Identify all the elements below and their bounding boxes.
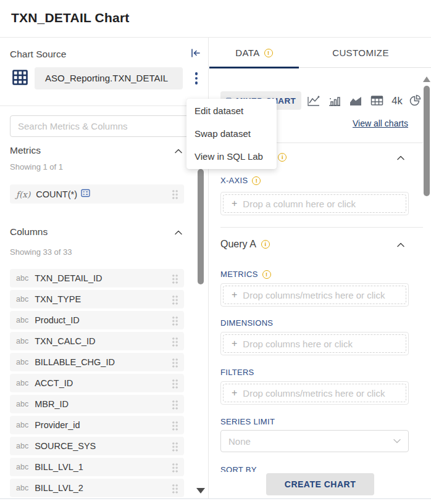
warning-icon: ! bbox=[262, 270, 271, 279]
drag-handle-icon[interactable] bbox=[172, 315, 178, 326]
scroll-up-icon[interactable] bbox=[423, 76, 430, 82]
drag-handle-icon[interactable] bbox=[172, 441, 178, 452]
text-type-tag: abc bbox=[16, 274, 28, 283]
query-fields-collapse-icon[interactable] bbox=[397, 155, 404, 160]
drag-handle-icon[interactable] bbox=[172, 462, 178, 473]
plus-icon: + bbox=[232, 339, 237, 349]
menu-item-swap-dataset[interactable]: Swap dataset bbox=[186, 122, 277, 145]
column-item[interactable]: abc TXN_DETAIL_ID bbox=[10, 269, 184, 287]
bar-chart-icon[interactable] bbox=[324, 93, 345, 108]
metrics-section-title: Metrics bbox=[10, 145, 41, 156]
big-number-icon[interactable]: 4k bbox=[387, 95, 407, 107]
drag-handle-icon[interactable] bbox=[172, 378, 178, 389]
tab-data[interactable]: DATA ! bbox=[209, 38, 299, 68]
drag-handle-icon[interactable] bbox=[172, 189, 178, 199]
column-item[interactable]: abc Product_ID bbox=[10, 311, 184, 329]
dimensions-dropzone[interactable]: + Drop columns here or click bbox=[220, 332, 409, 355]
drag-handle-icon[interactable] bbox=[172, 420, 178, 431]
dimensions-label: DIMENSIONS bbox=[220, 318, 273, 328]
warning-icon: ! bbox=[252, 176, 261, 185]
filters-dropzone[interactable]: + Drop columns/metrics here or click bbox=[220, 381, 409, 405]
metric-details-icon[interactable] bbox=[81, 189, 90, 200]
dataset-table-icon bbox=[12, 69, 28, 86]
divider bbox=[220, 227, 423, 228]
query-a-section-header[interactable]: Query A i bbox=[220, 239, 270, 250]
metrics-collapse-icon[interactable] bbox=[175, 149, 182, 154]
column-item[interactable]: abc Provider_id bbox=[10, 416, 184, 434]
columns-section-title: Columns bbox=[10, 226, 48, 238]
panel-footer: CREATE CHART bbox=[209, 472, 431, 498]
column-item[interactable]: abc BILLABLE_CHG_ID bbox=[10, 353, 184, 371]
column-item[interactable]: abc SOURCE_SYS bbox=[10, 437, 184, 455]
area-chart-icon[interactable] bbox=[345, 93, 366, 108]
column-item[interactable]: abc TXN_CALC_ID bbox=[10, 332, 184, 350]
drag-handle-icon[interactable] bbox=[172, 399, 178, 410]
dataset-options-menu: Edit dataset Swap dataset View in SQL La… bbox=[186, 99, 277, 169]
drag-handle-icon[interactable] bbox=[172, 294, 178, 305]
column-item[interactable]: abc BILL_LVL_1 bbox=[10, 458, 184, 476]
tab-customize[interactable]: CUSTOMIZE bbox=[299, 38, 422, 68]
drag-handle-icon[interactable] bbox=[172, 273, 178, 284]
plus-icon: + bbox=[232, 199, 237, 209]
info-icon: i bbox=[261, 240, 270, 249]
chevron-down-icon bbox=[393, 439, 401, 444]
table-icon[interactable] bbox=[366, 93, 387, 108]
metrics-dropzone[interactable]: + Drop columns/metrics here or click bbox=[220, 283, 409, 307]
divider bbox=[0, 498, 431, 499]
x-axis-dropzone[interactable]: + Drop a column here or click bbox=[220, 192, 409, 215]
left-scrollbar-thumb[interactable] bbox=[198, 169, 204, 284]
line-chart-icon[interactable] bbox=[303, 93, 324, 108]
page-header: TXN_DETAIL Chart bbox=[0, 0, 431, 38]
info-icon: i bbox=[278, 153, 287, 162]
chart-source-panel: Chart Source ASO_Reporting.TXN_DETAIL Me… bbox=[0, 38, 209, 498]
tab-bar: DATA ! CUSTOMIZE bbox=[209, 38, 431, 68]
active-tab-indicator bbox=[209, 67, 299, 68]
drag-handle-icon[interactable] bbox=[172, 483, 178, 494]
scroll-down-icon[interactable] bbox=[196, 488, 205, 494]
create-chart-button[interactable]: CREATE CHART bbox=[266, 473, 374, 495]
column-item[interactable]: abc ACCT_ID bbox=[10, 374, 184, 392]
columns-showing-count: Showing 33 of 33 bbox=[10, 247, 72, 257]
view-all-charts-link[interactable]: View all charts bbox=[353, 118, 408, 128]
menu-item-edit-dataset[interactable]: Edit dataset bbox=[186, 99, 277, 122]
plus-icon: + bbox=[232, 290, 237, 300]
series-limit-select[interactable]: None bbox=[220, 430, 409, 452]
plus-icon: + bbox=[232, 388, 237, 398]
warning-icon: ! bbox=[264, 49, 273, 57]
column-item[interactable]: abc BILL_LVL_2 bbox=[10, 479, 184, 497]
pie-chart-icon[interactable] bbox=[407, 93, 423, 108]
dataset-name[interactable]: ASO_Reporting.TXN_DETAIL bbox=[35, 67, 183, 89]
collapse-panel-icon[interactable] bbox=[190, 48, 201, 58]
page-title: TXN_DETAIL Chart bbox=[11, 10, 129, 25]
search-input[interactable] bbox=[10, 115, 198, 137]
metrics-label: METRICS ! bbox=[220, 270, 271, 279]
drag-handle-icon[interactable] bbox=[172, 357, 178, 368]
series-limit-label: SERIES LIMIT bbox=[220, 417, 275, 426]
filters-label: FILTERS bbox=[220, 368, 254, 377]
menu-item-view-in-sql-lab[interactable]: View in SQL Lab bbox=[186, 145, 277, 168]
columns-collapse-icon[interactable] bbox=[175, 230, 182, 235]
x-axis-label: X-AXIS ! bbox=[220, 176, 261, 185]
divider bbox=[0, 105, 209, 106]
metric-item-count[interactable]: ƒ(x) COUNT(*) bbox=[10, 184, 184, 204]
dataset-options-kebab-icon[interactable] bbox=[191, 71, 201, 88]
drag-handle-icon[interactable] bbox=[172, 336, 178, 347]
right-scrollbar-thumb[interactable] bbox=[424, 86, 430, 196]
column-item[interactable]: abc TXN_TYPE bbox=[10, 290, 184, 308]
query-a-collapse-icon[interactable] bbox=[397, 242, 404, 247]
column-item[interactable]: abc MBR_ID bbox=[10, 395, 184, 413]
chart-source-title: Chart Source bbox=[10, 49, 66, 60]
function-icon: ƒ(x) bbox=[16, 189, 30, 199]
metrics-showing-count: Showing 1 of 1 bbox=[10, 162, 63, 171]
